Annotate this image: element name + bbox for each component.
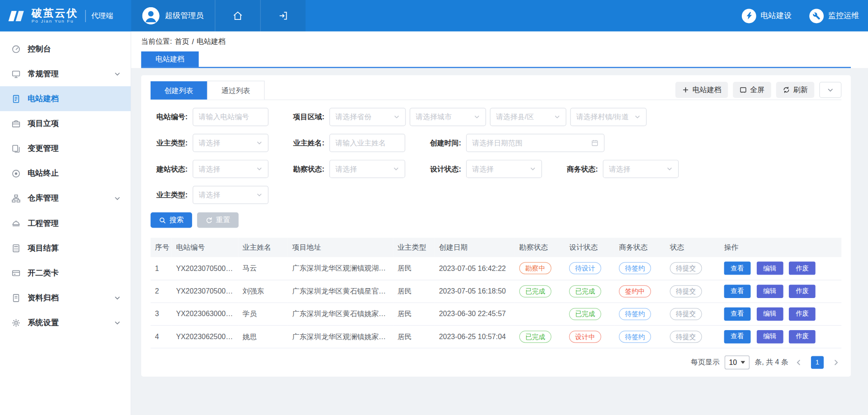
business-status-select[interactable]: 请选择 [603,160,679,178]
city-select[interactable]: 请选择城市 [410,108,486,126]
edit-button[interactable]: 编辑 [756,284,783,298]
chevron-down-icon [393,166,399,172]
col-project-address: 项目地址 [288,238,393,257]
page-number-button[interactable]: 1 [811,356,824,368]
sidebar: 控制台 常规管理 电站建档 项目立项 变更管理 电站终止 仓库管理 [0,32,131,415]
void-button[interactable]: 作废 [789,261,816,275]
cell-owner-name: 学员 [238,303,288,325]
page-tab-station-filing[interactable]: 电站建档 [141,51,198,67]
user-menu[interactable]: 超级管理员 [131,0,215,32]
edit-button[interactable]: 编辑 [756,261,783,275]
filter-label-region: 项目区域: [288,112,325,122]
add-station-button[interactable]: 电站建档 [675,82,728,98]
logout-button[interactable] [260,0,306,32]
search-button[interactable]: 搜索 [151,212,192,228]
edit-button[interactable]: 编辑 [756,330,783,343]
view-button[interactable]: 查看 [724,330,751,343]
sidebar-item-label: 电站终止 [28,168,59,178]
status-badge: 待提交 [670,308,702,320]
status-badge: 待设计 [569,262,601,275]
refresh-label: 刷新 [793,85,808,95]
view-button[interactable]: 查看 [724,261,751,275]
owner-type2-select[interactable]: 请选择 [193,186,269,204]
void-button[interactable]: 作废 [789,330,816,343]
sidebar-item-change-management[interactable]: 变更管理 [0,136,131,161]
cell-state: 待提交 [665,303,720,325]
edit-button[interactable]: 编辑 [756,307,783,320]
view-button[interactable]: 查看 [724,284,751,298]
owner-type-select[interactable]: 请选择 [193,134,269,152]
sidebar-item-label: 电站建档 [28,94,59,104]
sidebar-item-label: 变更管理 [28,144,59,154]
chevron-right-icon [833,359,840,366]
sidebar-item-label: 系统设置 [28,317,59,327]
logo-title: 破茧云伏 [32,8,78,19]
sidebar-item-project-settlement[interactable]: 项目结算 [0,236,131,261]
filter-label-build-status: 建站状态: [151,164,188,174]
province-select[interactable]: 请选择省份 [330,108,406,126]
cell-business-status: 签约中 [614,280,665,303]
chevron-down-icon [256,166,262,172]
cell-index: 1 [151,257,172,280]
topbar: 当前位置: 首页 / 电站建档 电站建档 [131,32,868,68]
tab-create-list[interactable]: 创建列表 [151,81,207,99]
home-icon [232,10,243,21]
cell-owner-type: 居民 [393,303,434,325]
survey-status-select[interactable]: 请选择 [330,160,406,178]
col-owner-name: 业主姓名 [238,238,288,257]
sidebar-item-type2-card[interactable]: 开二类卡 [0,261,131,285]
sidebar-item-station-termination[interactable]: 电站终止 [0,161,131,186]
tab-passed-list[interactable]: 通过列表 [207,81,264,100]
logout-icon [278,10,288,21]
void-button[interactable]: 作废 [789,307,816,320]
station-code-input[interactable] [193,108,269,126]
date-range-input[interactable]: 请选择日期范围 [466,134,604,152]
breadcrumb-home[interactable]: 首页 [175,37,189,47]
home-button[interactable] [215,0,260,32]
nav-station-construction[interactable]: 电站建设 [742,9,792,23]
sidebar-item-engineering-management[interactable]: 工程管理 [0,211,131,236]
filter-label-create-time: 创建时间: [424,138,461,148]
sidebar-item-warehouse-management[interactable]: 仓库管理 [0,186,131,210]
logo-text: 破茧云伏 Po Jian Yun Fu [32,8,78,24]
cell-station-code: YX2023070500010 [172,280,238,303]
refresh-button[interactable]: 刷新 [776,82,814,98]
sidebar-item-label: 常规管理 [28,69,59,79]
copy-icon [12,144,21,153]
view-button[interactable]: 查看 [724,307,751,320]
void-button[interactable]: 作废 [789,284,816,298]
wrench-icon [809,9,824,23]
prev-page-button[interactable] [793,359,804,366]
next-page-button[interactable] [831,359,841,366]
sidebar-item-data-archive[interactable]: 资料归档 [0,285,131,310]
filter-label-business-status: 商务状态: [561,164,598,174]
nav-monitoring-ops[interactable]: 监控运维 [809,9,859,23]
build-status-select[interactable]: 请选择 [193,160,269,178]
status-badge: 已完成 [519,285,552,297]
sidebar-item-console[interactable]: 控制台 [0,37,131,61]
total-label: 条, 共 4 条 [755,357,788,367]
sidebar-item-system-settings[interactable]: 系统设置 [0,310,131,335]
chevron-down-icon [741,361,745,364]
cell-state: 待提交 [665,280,720,303]
sidebar-item-general-management[interactable]: 常规管理 [0,61,131,86]
per-page-select[interactable]: 10 [725,355,750,369]
cell-project-address: 广东深圳龙华区观澜镇姚家庄... [288,325,393,348]
collapse-filter-button[interactable] [819,82,841,98]
design-status-select[interactable]: 请选择 [466,160,542,178]
county-select[interactable]: 请选择县/区 [490,108,566,126]
owner-name-input[interactable] [330,134,406,152]
sidebar-item-station-filing[interactable]: 电站建档 [0,86,131,111]
pagination: 每页显示 10 条, 共 4 条 1 [151,355,841,369]
col-design-status: 设计状态 [565,238,614,257]
town-select[interactable]: 请选择村镇/街道 [570,108,646,126]
sidebar-item-project-approval[interactable]: 项目立项 [0,111,131,136]
chevron-left-icon [795,359,802,366]
reset-button[interactable]: 重置 [197,212,239,228]
table-row: 4 YX2023062500004 姚思 广东深圳龙华区观澜镇姚家庄... 居民… [151,325,841,348]
user-avatar-icon [142,7,160,24]
fullscreen-button[interactable]: 全屏 [733,82,771,98]
fullscreen-icon [740,86,747,93]
logo-icon [8,9,27,23]
sidebar-item-label: 资料归档 [28,293,59,303]
